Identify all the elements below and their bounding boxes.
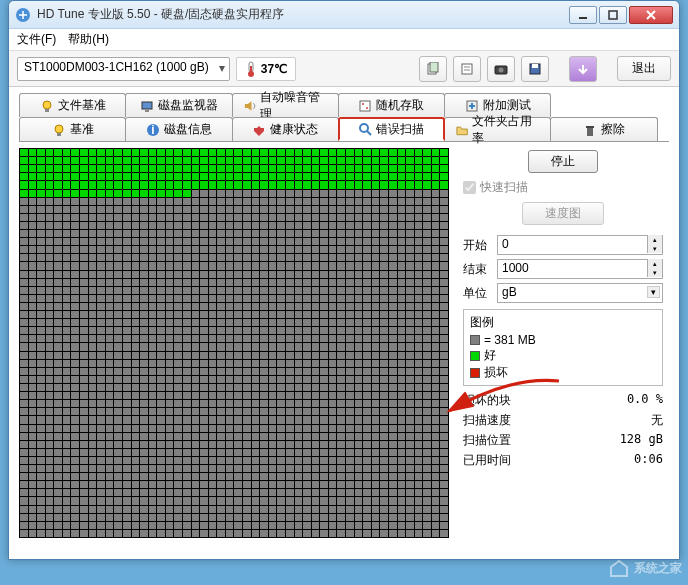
thermometer-icon: [245, 60, 257, 78]
drive-select[interactable]: ST1000DM003-1CH162 (1000 gB): [17, 57, 230, 81]
svg-rect-17: [360, 101, 370, 111]
menu-help[interactable]: 帮助(H): [68, 31, 109, 48]
legend-block-icon: [470, 335, 480, 345]
svg-rect-7: [430, 62, 438, 72]
save-button[interactable]: [521, 56, 549, 82]
tab-擦除[interactable]: 擦除: [550, 117, 657, 141]
app-icon: [15, 7, 31, 23]
maximize-button[interactable]: [599, 6, 627, 24]
svg-rect-12: [532, 64, 538, 68]
svg-point-18: [362, 103, 364, 105]
tab-磁盘信息[interactable]: i磁盘信息: [125, 117, 232, 141]
screenshot-button[interactable]: [487, 56, 515, 82]
start-input[interactable]: 0: [497, 235, 663, 255]
window-title: HD Tune 专业版 5.50 - 硬盘/固态硬盘实用程序: [37, 6, 569, 23]
temperature-display: 37℃: [236, 57, 296, 81]
legend-box: 图例 = 381 MB 好 损坏: [463, 309, 663, 386]
tab-自动噪音管理[interactable]: 自动噪音管理: [232, 93, 339, 117]
svg-point-10: [499, 67, 504, 72]
minimize-button[interactable]: [569, 6, 597, 24]
side-panel: 停止 快速扫描 速度图 开始0 结束1000 单位gB 图例 = 381 MB …: [457, 148, 669, 554]
tab-健康状态[interactable]: 健康状态: [232, 117, 339, 141]
tab-磁盘监视器[interactable]: 磁盘监视器: [125, 93, 232, 117]
stats: 损坏的块0.0 % 扫描速度无 扫描位置128 gB 已用时间0:06: [463, 392, 663, 469]
svg-rect-14: [45, 109, 49, 112]
watermark: 系统之家: [608, 557, 682, 579]
copy-info-button[interactable]: [453, 56, 481, 82]
tab-基准[interactable]: 基准: [19, 117, 126, 141]
svg-rect-16: [145, 110, 149, 112]
svg-text:i: i: [151, 123, 154, 137]
svg-point-13: [43, 101, 51, 109]
close-button[interactable]: [629, 6, 673, 24]
svg-rect-22: [57, 133, 61, 136]
exit-button[interactable]: 退出: [617, 56, 671, 81]
toolbar: ST1000DM003-1CH162 (1000 gB) 37℃ 退出: [9, 51, 679, 87]
copy-text-button[interactable]: [419, 56, 447, 82]
menu-file[interactable]: 文件(F): [17, 31, 56, 48]
svg-rect-5: [250, 66, 252, 74]
tabs: 文件基准磁盘监视器自动噪音管理随机存取附加测试 基准i磁盘信息健康状态错误扫描文…: [19, 93, 669, 142]
svg-rect-27: [586, 126, 594, 128]
legend-ok-icon: [470, 351, 480, 361]
svg-rect-15: [142, 102, 152, 109]
tab-随机存取[interactable]: 随机存取: [338, 93, 445, 117]
svg-point-25: [360, 124, 368, 132]
speedmap-button: 速度图: [522, 202, 604, 225]
quick-scan-checkbox[interactable]: [463, 181, 476, 194]
svg-point-21: [55, 125, 63, 133]
tab-错误扫描[interactable]: 错误扫描: [338, 117, 445, 141]
titlebar: HD Tune 专业版 5.50 - 硬盘/固态硬盘实用程序: [9, 1, 679, 29]
menubar: 文件(F) 帮助(H): [9, 29, 679, 51]
svg-point-19: [366, 107, 368, 109]
stop-button[interactable]: 停止: [528, 150, 598, 173]
legend-bad-icon: [470, 368, 480, 378]
options-button[interactable]: [569, 56, 597, 82]
scan-grid: [19, 148, 449, 538]
end-input[interactable]: 1000: [497, 259, 663, 279]
tab-文件基准[interactable]: 文件基准: [19, 93, 126, 117]
tab-文件夹占用率[interactable]: 文件夹占用率: [444, 117, 551, 141]
svg-line-26: [367, 131, 371, 135]
svg-rect-8: [462, 64, 472, 74]
unit-select[interactable]: gB: [497, 283, 663, 303]
svg-rect-2: [609, 11, 617, 19]
